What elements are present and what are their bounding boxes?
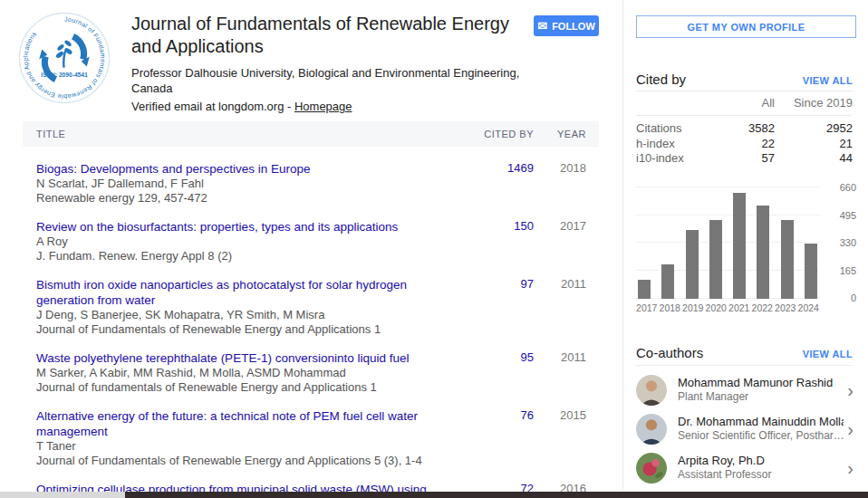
x-axis-tick: 2023	[774, 302, 797, 313]
table-row: Alternative energy of the future: a tech…	[36, 402, 599, 475]
cited-by-count-link[interactable]: 150	[448, 219, 534, 263]
coauthor-item[interactable]: Mohammad Mamunor Rashid Plant Manager ›	[636, 370, 861, 409]
cited-by-count-link[interactable]: 95	[448, 350, 534, 395]
table-row: Waste polyethylene terephthalate (PETE-1…	[36, 344, 599, 402]
coauthor-name: Arpita Roy, Ph.D	[678, 454, 844, 468]
article-title-link[interactable]: Review on the biosurfactants: properties…	[36, 219, 437, 235]
citation-stats-table: Citations 3582 2952 h-index 22 21 i10-in…	[636, 121, 853, 167]
article-year: 2011	[534, 277, 599, 337]
journal-logo: Journal of Fundamentals of Renewable Ene…	[18, 12, 111, 104]
chart-bar-2021[interactable]	[733, 193, 746, 299]
page-title: Journal of Fundamentals of Renewable Ene…	[131, 13, 528, 58]
x-axis-tick: 2020	[705, 302, 728, 313]
chevron-right-icon[interactable]: ›	[847, 420, 854, 438]
coauthor-name: Dr. Mohammad Mainuddin Molla	[678, 415, 844, 429]
cited-by-view-all-link[interactable]: VIEW ALL	[803, 75, 853, 86]
article-title-link[interactable]: Waste polyethylene terephthalate (PETE-1…	[36, 350, 437, 366]
stat-row-citations: Citations 3582 2952	[636, 121, 853, 137]
article-year: 2015	[534, 408, 599, 468]
article-title-link[interactable]: Alternative energy of the future: a tech…	[36, 408, 437, 439]
x-axis-tick: 2021	[728, 302, 751, 313]
article-authors: J Deng, S Banerjee, SK Mohapatra, YR Smi…	[36, 308, 437, 322]
x-axis-tick: 2017	[635, 302, 659, 313]
svg-text:ISSN: 2090-4541: ISSN: 2090-4541	[41, 72, 88, 78]
coauthors-list: Mohammad Mamunor Rashid Plant Manager › …	[636, 370, 861, 498]
chart-bar-2019[interactable]	[686, 230, 699, 299]
x-axis-tick: 2018	[659, 302, 682, 313]
cited-by-count-link[interactable]: 97	[448, 277, 534, 337]
divider	[636, 91, 853, 91]
follow-button[interactable]: ✉ FOLLOW	[534, 15, 599, 36]
article-year: 2017	[534, 219, 599, 263]
chevron-right-icon[interactable]: ›	[847, 459, 854, 477]
coauthor-item[interactable]: Arpita Roy, Ph.D Assistant Professor ›	[636, 448, 861, 487]
scrollbar-thumb[interactable]	[125, 492, 868, 498]
profile-header: Journal of Fundamentals of Renewable Ene…	[131, 13, 528, 135]
column-header-cited-by[interactable]: CITED BY	[448, 129, 534, 139]
stats-col-since: Since 2019	[775, 96, 853, 110]
affiliation-text: Professor Dalhousie University, Biologic…	[131, 65, 528, 96]
article-title-link[interactable]: Biogas: Developments and perspectives in…	[36, 161, 437, 177]
avatar	[636, 414, 667, 445]
article-venue: Renewable energy 129, 457-472	[36, 191, 437, 206]
publications-table-header: TITLE CITED BY YEAR	[23, 121, 599, 147]
x-axis-tick: 2019	[681, 302, 705, 313]
avatar	[636, 453, 667, 484]
chart-bar-2022[interactable]	[757, 206, 769, 299]
y-axis-tick: 660	[824, 182, 856, 193]
table-row: Bismuth iron oxide nanoparticles as phot…	[36, 271, 599, 344]
envelope-plus-icon: ✉	[537, 20, 547, 32]
column-header-year[interactable]: YEAR	[534, 129, 599, 139]
get-my-own-profile-button[interactable]: GET MY OWN PROFILE	[636, 15, 856, 38]
coauthor-role: Senior Scientific Officer, Posthar…	[678, 429, 844, 443]
verified-email-text: Verified email at longdom.org -	[131, 100, 294, 113]
stats-col-all: All	[711, 96, 775, 110]
article-authors: T Taner	[36, 439, 437, 454]
y-axis-tick: 0	[824, 292, 856, 303]
article-venue: J. Fundam. Renew. Energy Appl 8 (2)	[36, 249, 437, 263]
divider	[636, 115, 853, 116]
article-year: 2018	[534, 161, 599, 206]
article-title-link[interactable]: Bismuth iron oxide nanoparticles as phot…	[36, 277, 437, 308]
follow-button-label: FOLLOW	[552, 21, 595, 32]
chart-bar-2018[interactable]	[661, 264, 674, 299]
table-row: Review on the biosurfactants: properties…	[36, 213, 599, 271]
article-venue: Journal of Fundamentals of Renewable Ene…	[36, 322, 437, 337]
y-axis-tick: 495	[824, 210, 856, 221]
homepage-link[interactable]: Homepage	[294, 100, 352, 113]
horizontal-scrollbar[interactable]	[0, 492, 868, 498]
x-axis-tick: 2024	[797, 302, 821, 313]
article-authors: A Roy	[36, 235, 437, 249]
coauthor-item[interactable]: Dr. Mohammad Mainuddin Molla Senior Scie…	[636, 409, 861, 448]
chart-bar-2024[interactable]	[805, 244, 817, 299]
article-venue: Journal of fundamentals of Renewable Ene…	[36, 380, 437, 395]
table-row: Biogas: Developments and perspectives in…	[36, 155, 599, 213]
publications-table: TITLE CITED BY YEAR Biogas: Developments…	[23, 121, 599, 498]
y-axis-tick: 330	[824, 237, 856, 248]
column-header-title: TITLE	[36, 129, 448, 139]
stat-row-i10-index: i10-index 57 44	[636, 151, 853, 167]
coauthors-view-all-link[interactable]: VIEW ALL	[803, 349, 853, 359]
article-authors: N Scarlat, JF Dallemand, F Fahl	[36, 177, 437, 191]
chart-bar-2023[interactable]	[781, 220, 794, 299]
cited-by-heading: Cited by	[636, 72, 686, 87]
article-authors: M Sarker, A Kabir, MM Rashid, M Molla, A…	[36, 366, 437, 380]
stat-row-h-index: h-index 22 21	[636, 137, 853, 152]
coauthors-heading: Co-authors	[636, 345, 703, 360]
avatar	[636, 375, 667, 406]
article-venue: Journal of Fundamentals of Renewable Ene…	[36, 454, 437, 468]
x-axis-tick: 2022	[751, 302, 775, 313]
citations-per-year-chart: 660 495 330 165 0 2017 2018 2019 2020 20…	[635, 184, 856, 315]
cited-by-count-link[interactable]: 1469	[448, 161, 534, 206]
coauthor-name: Mohammad Mamunor Rashid	[678, 376, 844, 390]
right-sidebar: GET MY OWN PROFILE Cited by VIEW ALL All…	[622, 0, 868, 498]
chart-bar-2020[interactable]	[709, 220, 722, 299]
chart-bar-2017[interactable]	[638, 280, 651, 299]
article-year: 2011	[534, 350, 599, 395]
chevron-right-icon[interactable]: ›	[847, 381, 854, 399]
divider	[636, 365, 853, 366]
coauthor-role: Plant Manager	[678, 390, 844, 404]
cited-by-count-link[interactable]: 76	[448, 408, 534, 468]
y-axis-tick: 165	[824, 265, 856, 276]
verified-email-line: Verified email at longdom.org - Homepage	[131, 99, 528, 114]
